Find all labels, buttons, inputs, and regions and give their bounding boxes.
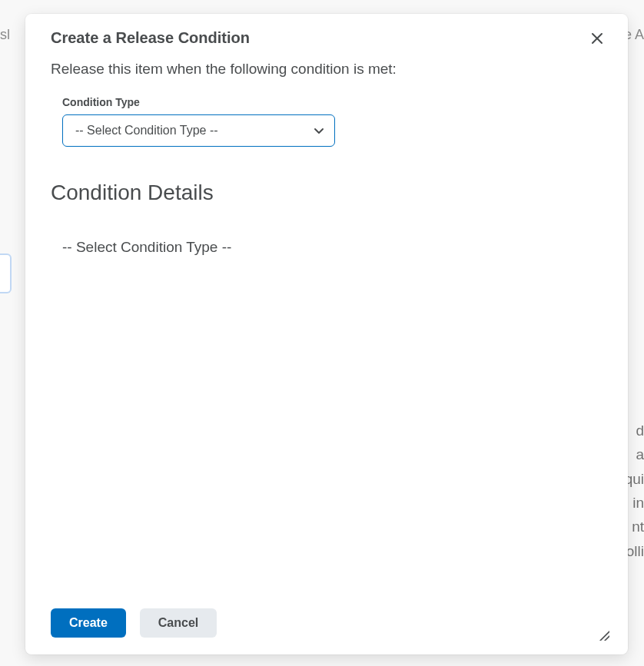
close-icon — [591, 32, 603, 47]
condition-details-placeholder: -- Select Condition Type -- — [62, 239, 603, 256]
create-button[interactable]: Create — [51, 608, 126, 638]
condition-type-select-wrapper: -- Select Condition Type -- — [62, 114, 335, 147]
condition-details-heading: Condition Details — [51, 181, 603, 205]
modal-title: Create a Release Condition — [51, 29, 250, 47]
condition-type-label: Condition Type — [62, 96, 603, 108]
release-condition-modal: Create a Release Condition Release this … — [25, 14, 628, 654]
close-button[interactable] — [588, 29, 606, 50]
svg-line-2 — [600, 631, 609, 641]
modal-body: Condition Type -- Select Condition Type … — [25, 78, 628, 595]
resize-icon — [597, 628, 609, 641]
svg-line-3 — [605, 636, 609, 641]
condition-type-select[interactable]: -- Select Condition Type -- — [62, 114, 335, 147]
modal-header: Create a Release Condition — [25, 14, 628, 50]
modal-subtitle: Release this item when the following con… — [25, 50, 628, 78]
cancel-button[interactable]: Cancel — [140, 608, 217, 638]
condition-type-selected-value: -- Select Condition Type -- — [75, 124, 218, 138]
modal-footer: Create Cancel — [25, 595, 628, 654]
resize-handle[interactable] — [597, 628, 609, 641]
